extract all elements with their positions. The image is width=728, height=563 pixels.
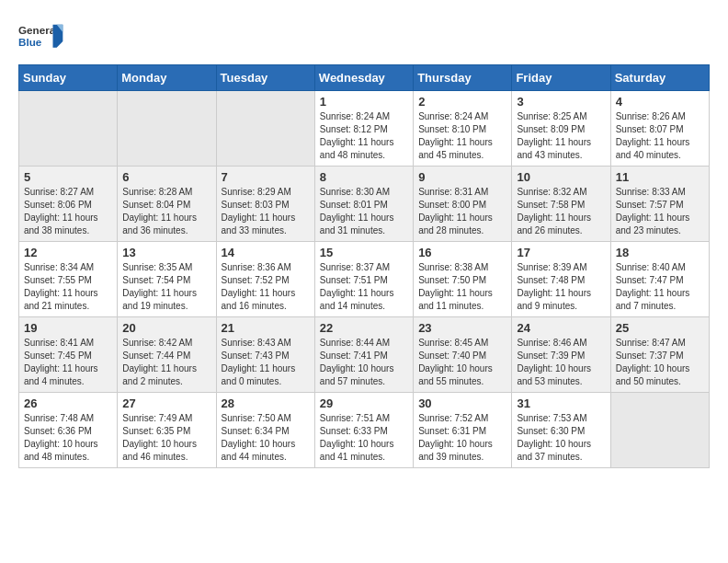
day-info: Sunrise: 8:31 AM Sunset: 8:00 PM Dayligh… <box>418 186 506 237</box>
day-number: 4 <box>616 95 704 109</box>
day-number: 16 <box>418 246 506 259</box>
calendar-cell: 19Sunrise: 8:41 AM Sunset: 7:45 PM Dayli… <box>19 317 118 393</box>
svg-text:General: General <box>18 24 58 36</box>
logo-icon: General Blue <box>18 18 64 55</box>
svg-text:Blue: Blue <box>18 36 42 48</box>
day-number: 1 <box>320 95 408 109</box>
day-number: 26 <box>24 396 112 410</box>
calendar-cell: 3Sunrise: 8:25 AM Sunset: 8:09 PM Daylig… <box>512 91 610 167</box>
calendar-cell: 2Sunrise: 8:24 AM Sunset: 8:10 PM Daylig… <box>414 91 512 167</box>
day-info: Sunrise: 8:39 AM Sunset: 7:48 PM Dayligh… <box>517 261 605 313</box>
weekday-header-row: SundayMondayTuesdayWednesdayThursdayFrid… <box>19 65 710 91</box>
calendar-cell: 28Sunrise: 7:50 AM Sunset: 6:34 PM Dayli… <box>216 393 314 468</box>
weekday-header: Wednesday <box>314 65 413 91</box>
day-info: Sunrise: 8:41 AM Sunset: 7:45 PM Dayligh… <box>24 337 112 388</box>
day-number: 27 <box>122 396 210 410</box>
day-info: Sunrise: 8:45 AM Sunset: 7:40 PM Dayligh… <box>418 337 506 388</box>
calendar-cell: 22Sunrise: 8:44 AM Sunset: 7:41 PM Dayli… <box>314 317 413 393</box>
day-number: 10 <box>517 170 605 184</box>
calendar-cell: 17Sunrise: 8:39 AM Sunset: 7:48 PM Dayli… <box>512 242 610 317</box>
day-number: 21 <box>222 321 310 335</box>
logo: General Blue <box>18 18 64 55</box>
day-number: 6 <box>122 170 210 184</box>
day-info: Sunrise: 8:34 AM Sunset: 7:55 PM Dayligh… <box>24 261 112 313</box>
day-number: 22 <box>320 321 408 335</box>
calendar-cell: 8Sunrise: 8:30 AM Sunset: 8:01 PM Daylig… <box>314 167 413 242</box>
day-info: Sunrise: 8:26 AM Sunset: 8:07 PM Dayligh… <box>616 110 704 162</box>
calendar-cell: 10Sunrise: 8:32 AM Sunset: 7:58 PM Dayli… <box>512 167 610 242</box>
calendar-cell: 29Sunrise: 7:51 AM Sunset: 6:33 PM Dayli… <box>314 393 413 468</box>
calendar-cell: 1Sunrise: 8:24 AM Sunset: 8:12 PM Daylig… <box>314 91 413 167</box>
day-info: Sunrise: 8:32 AM Sunset: 7:58 PM Dayligh… <box>517 186 605 237</box>
calendar-cell: 13Sunrise: 8:35 AM Sunset: 7:54 PM Dayli… <box>118 242 216 317</box>
day-info: Sunrise: 8:33 AM Sunset: 7:57 PM Dayligh… <box>616 186 704 237</box>
calendar-cell: 15Sunrise: 8:37 AM Sunset: 7:51 PM Dayli… <box>314 242 413 317</box>
day-info: Sunrise: 7:48 AM Sunset: 6:36 PM Dayligh… <box>24 412 112 464</box>
day-number: 3 <box>517 95 605 109</box>
day-number: 31 <box>517 396 605 410</box>
calendar-cell: 18Sunrise: 8:40 AM Sunset: 7:47 PM Dayli… <box>610 242 709 317</box>
day-number: 19 <box>24 321 112 335</box>
weekday-header: Monday <box>118 65 216 91</box>
day-number: 9 <box>418 170 506 184</box>
calendar-cell: 12Sunrise: 8:34 AM Sunset: 7:55 PM Dayli… <box>19 242 118 317</box>
day-number: 29 <box>320 396 408 410</box>
day-number: 13 <box>122 246 210 259</box>
calendar-week-row: 12Sunrise: 8:34 AM Sunset: 7:55 PM Dayli… <box>19 242 710 317</box>
day-info: Sunrise: 7:49 AM Sunset: 6:35 PM Dayligh… <box>122 412 210 464</box>
calendar-week-row: 1Sunrise: 8:24 AM Sunset: 8:12 PM Daylig… <box>19 91 710 167</box>
day-number: 8 <box>320 170 408 184</box>
day-number: 30 <box>418 396 506 410</box>
day-number: 24 <box>517 321 605 335</box>
day-number: 11 <box>616 170 704 184</box>
day-info: Sunrise: 7:53 AM Sunset: 6:30 PM Dayligh… <box>517 412 605 464</box>
calendar-cell: 24Sunrise: 8:46 AM Sunset: 7:39 PM Dayli… <box>512 317 610 393</box>
day-number: 14 <box>222 246 310 259</box>
calendar-cell: 21Sunrise: 8:43 AM Sunset: 7:43 PM Dayli… <box>216 317 314 393</box>
day-number: 15 <box>320 246 408 259</box>
day-info: Sunrise: 7:51 AM Sunset: 6:33 PM Dayligh… <box>320 412 408 464</box>
calendar-cell: 23Sunrise: 8:45 AM Sunset: 7:40 PM Dayli… <box>414 317 512 393</box>
day-number: 20 <box>122 321 210 335</box>
day-info: Sunrise: 8:40 AM Sunset: 7:47 PM Dayligh… <box>616 261 704 313</box>
page-header: General Blue <box>18 18 710 55</box>
calendar-cell: 14Sunrise: 8:36 AM Sunset: 7:52 PM Dayli… <box>216 242 314 317</box>
calendar-week-row: 26Sunrise: 7:48 AM Sunset: 6:36 PM Dayli… <box>19 393 710 468</box>
calendar-cell: 11Sunrise: 8:33 AM Sunset: 7:57 PM Dayli… <box>610 167 709 242</box>
weekday-header: Sunday <box>19 65 118 91</box>
day-info: Sunrise: 8:25 AM Sunset: 8:09 PM Dayligh… <box>517 110 605 162</box>
day-number: 2 <box>418 95 506 109</box>
day-info: Sunrise: 8:37 AM Sunset: 7:51 PM Dayligh… <box>320 261 408 313</box>
calendar-cell: 5Sunrise: 8:27 AM Sunset: 8:06 PM Daylig… <box>19 167 118 242</box>
calendar-week-row: 5Sunrise: 8:27 AM Sunset: 8:06 PM Daylig… <box>19 167 710 242</box>
day-info: Sunrise: 8:30 AM Sunset: 8:01 PM Dayligh… <box>320 186 408 237</box>
day-info: Sunrise: 8:46 AM Sunset: 7:39 PM Dayligh… <box>517 337 605 388</box>
day-info: Sunrise: 8:43 AM Sunset: 7:43 PM Dayligh… <box>222 337 310 388</box>
day-info: Sunrise: 7:50 AM Sunset: 6:34 PM Dayligh… <box>222 412 310 464</box>
weekday-header: Tuesday <box>216 65 314 91</box>
day-info: Sunrise: 8:35 AM Sunset: 7:54 PM Dayligh… <box>122 261 210 313</box>
calendar-cell <box>19 91 118 167</box>
calendar-cell: 7Sunrise: 8:29 AM Sunset: 8:03 PM Daylig… <box>216 167 314 242</box>
day-number: 5 <box>24 170 112 184</box>
calendar-table: SundayMondayTuesdayWednesdayThursdayFrid… <box>18 64 710 468</box>
day-number: 23 <box>418 321 506 335</box>
calendar-week-row: 19Sunrise: 8:41 AM Sunset: 7:45 PM Dayli… <box>19 317 710 393</box>
day-info: Sunrise: 8:47 AM Sunset: 7:37 PM Dayligh… <box>616 337 704 388</box>
calendar-cell <box>610 393 709 468</box>
day-number: 25 <box>616 321 704 335</box>
day-info: Sunrise: 8:42 AM Sunset: 7:44 PM Dayligh… <box>122 337 210 388</box>
calendar-cell: 30Sunrise: 7:52 AM Sunset: 6:31 PM Dayli… <box>414 393 512 468</box>
calendar-cell: 6Sunrise: 8:28 AM Sunset: 8:04 PM Daylig… <box>118 167 216 242</box>
day-info: Sunrise: 8:28 AM Sunset: 8:04 PM Dayligh… <box>122 186 210 237</box>
weekday-header: Friday <box>512 65 610 91</box>
calendar-cell: 26Sunrise: 7:48 AM Sunset: 6:36 PM Dayli… <box>19 393 118 468</box>
day-info: Sunrise: 8:44 AM Sunset: 7:41 PM Dayligh… <box>320 337 408 388</box>
day-number: 12 <box>24 246 112 259</box>
day-info: Sunrise: 8:29 AM Sunset: 8:03 PM Dayligh… <box>222 186 310 237</box>
day-info: Sunrise: 7:52 AM Sunset: 6:31 PM Dayligh… <box>418 412 506 464</box>
day-info: Sunrise: 8:36 AM Sunset: 7:52 PM Dayligh… <box>222 261 310 313</box>
calendar-cell: 4Sunrise: 8:26 AM Sunset: 8:07 PM Daylig… <box>610 91 709 167</box>
calendar-cell <box>216 91 314 167</box>
calendar-cell <box>118 91 216 167</box>
